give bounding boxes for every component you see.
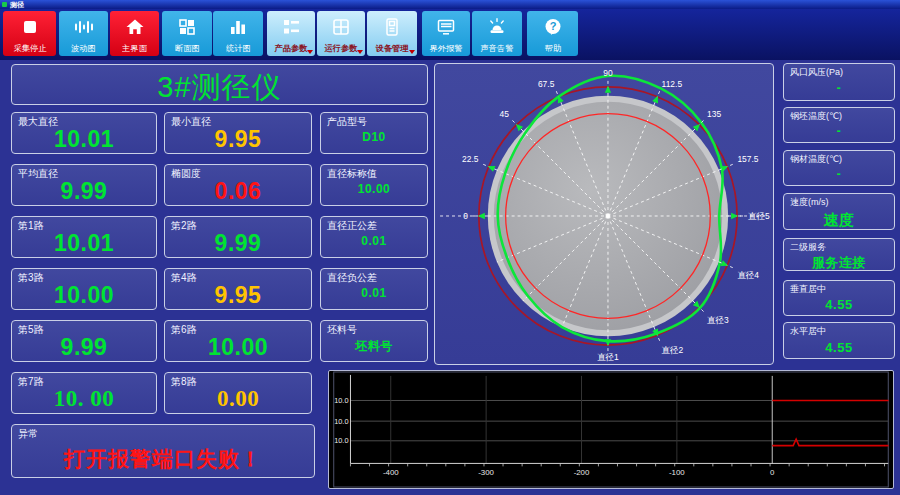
metric-value: 9.99	[12, 178, 156, 205]
metric-value: 10.01	[12, 230, 156, 257]
status-value: -	[784, 124, 894, 138]
toolbar: 采集停止波动图主界面断面图统计图产品参数运行参数设备管理界外报警声音告警?帮助	[0, 9, 900, 60]
svg-text:112.5: 112.5	[662, 79, 683, 89]
svg-text:直径5: 直径5	[748, 211, 770, 221]
stats-icon	[227, 16, 249, 38]
metric-value: 10.00	[12, 282, 156, 309]
toolbar-button-label: 设备管理	[375, 43, 408, 52]
status-label: 水平居中	[790, 326, 826, 337]
metric-cell: 最大直径10.01	[11, 112, 157, 154]
metric-value: 0.01	[321, 234, 427, 248]
dropdown-arrow-icon[interactable]	[357, 50, 363, 54]
status-label: 垂直居中	[790, 284, 826, 295]
metric-cell: 第2路9.99	[164, 216, 312, 258]
toolbar-button-label: 波动图	[71, 43, 96, 52]
metric-cell: 产品型号D10	[320, 112, 428, 154]
toolbar-button-label: 断面图	[175, 43, 200, 52]
svg-text:-300: -300	[478, 468, 494, 477]
svg-text:135: 135	[707, 109, 721, 119]
metric-cell: 第8路0.00	[164, 372, 312, 414]
section-icon	[176, 16, 198, 38]
device-manage-button[interactable]: 设备管理	[367, 11, 417, 56]
run-params-button[interactable]: 运行参数	[317, 11, 365, 56]
stop-icon	[19, 16, 41, 38]
panel-billet-temperature: 钢坯温度(℃)-	[783, 107, 895, 143]
grid-icon	[330, 16, 352, 38]
cross-section-polar-chart: 022.54567.590112.5135157.5直径5直径4直径3直径2直径…	[435, 64, 773, 364]
dropdown-arrow-icon[interactable]	[307, 50, 313, 54]
toolbar-button-label: 采集停止	[13, 43, 46, 52]
metric-cell: 第5路9.99	[11, 320, 157, 362]
metric-value: 坯料号	[321, 338, 427, 355]
metric-cell: 坯料号坯料号	[320, 320, 428, 362]
metric-value: 10.00	[165, 334, 311, 361]
product-params-button[interactable]: 产品参数	[267, 11, 315, 56]
stats-chart-button[interactable]: 统计图	[213, 11, 263, 56]
section-chart-button[interactable]: 断面图	[162, 11, 212, 56]
svg-text:-200: -200	[574, 468, 590, 477]
metric-cell: 第4路9.95	[164, 268, 312, 310]
diameter-trend-chart: 10.010.010.0-400-300-200-1000	[329, 371, 893, 488]
status-label: 钢坯温度(℃)	[790, 111, 842, 122]
metric-cell: 直径正公差0.01	[320, 216, 428, 258]
acquisition-stop-button[interactable]: 采集停止	[3, 11, 56, 56]
dropdown-arrow-icon[interactable]	[409, 50, 415, 54]
metric-label: 直径正公差	[327, 220, 377, 231]
metric-value: 0.06	[165, 178, 311, 205]
svg-text:10.0: 10.0	[334, 417, 348, 426]
metric-value: 10.00	[321, 182, 427, 196]
alarm-panel: 异常 打开报警端口失败！	[11, 424, 315, 478]
svg-text:-100: -100	[669, 468, 685, 477]
metric-value: 9.95	[165, 126, 311, 153]
alarm-message: 打开报警端口失败！	[12, 445, 314, 473]
metric-value: 9.99	[12, 334, 156, 361]
panel-vertical-center: 垂直居中4.55	[783, 280, 895, 316]
status-value: 4.55	[784, 297, 894, 312]
svg-text:直径3: 直径3	[707, 315, 729, 325]
status-value: 速度	[784, 211, 894, 230]
sound-alarm-button[interactable]: 声音告警	[472, 11, 522, 56]
titlebar: 测径	[0, 0, 900, 9]
svg-text:157.5: 157.5	[737, 154, 758, 164]
toolbar-button-label: 产品参数	[274, 43, 307, 52]
svg-text:?: ?	[549, 20, 556, 32]
svg-text:直径2: 直径2	[662, 345, 684, 355]
out-of-limit-alarm-button[interactable]: 界外报警	[422, 11, 470, 56]
svg-text:10.0: 10.0	[334, 436, 348, 445]
svg-text:-400: -400	[383, 468, 399, 477]
main-screen-button[interactable]: 主界面	[110, 11, 159, 56]
svg-text:67.5: 67.5	[538, 79, 555, 89]
metric-cell: 最小直径9.95	[164, 112, 312, 154]
metric-label: 直径标称值	[327, 168, 377, 179]
metric-value: 10. 00	[12, 386, 156, 412]
metric-value: 0.00	[165, 386, 311, 412]
status-label: 风口风压(Pa)	[790, 67, 843, 78]
svg-text:0: 0	[770, 468, 775, 477]
panel-horizontal-center: 水平居中4.55	[783, 322, 895, 359]
metric-cell: 第6路10.00	[164, 320, 312, 362]
app-window: 测径 采集停止波动图主界面断面图统计图产品参数运行参数设备管理界外报警声音告警?…	[0, 0, 900, 495]
help-button[interactable]: ?帮助	[527, 11, 578, 56]
help-icon: ?	[542, 16, 564, 38]
wave-chart-button[interactable]: 波动图	[59, 11, 108, 56]
metric-cell: 直径标称值10.00	[320, 164, 428, 206]
toolbar-button-label: 运行参数	[324, 43, 357, 52]
list-icon	[280, 16, 302, 38]
metric-value: 0.01	[321, 286, 427, 300]
toolbar-button-label: 统计图	[226, 43, 251, 52]
metric-value: D10	[321, 130, 427, 144]
home-icon	[124, 16, 146, 38]
panel-secondary-service: 二级服务服务连接	[783, 238, 895, 271]
metric-value: 9.95	[165, 282, 311, 309]
station-header-panel: 3#测径仪	[11, 64, 428, 105]
toolbar-button-label: 界外报警	[429, 43, 462, 52]
svg-text:直径1: 直径1	[597, 352, 619, 362]
window-title: 测径	[10, 1, 24, 8]
metric-cell: 第7路10. 00	[11, 372, 157, 414]
status-value: -	[784, 167, 894, 181]
station-title: 3#测径仪	[12, 68, 427, 108]
status-value: 服务连接	[784, 254, 894, 272]
svg-text:直径4: 直径4	[737, 270, 759, 280]
metric-label: 直径负公差	[327, 272, 377, 283]
metric-value: 10.01	[12, 126, 156, 153]
